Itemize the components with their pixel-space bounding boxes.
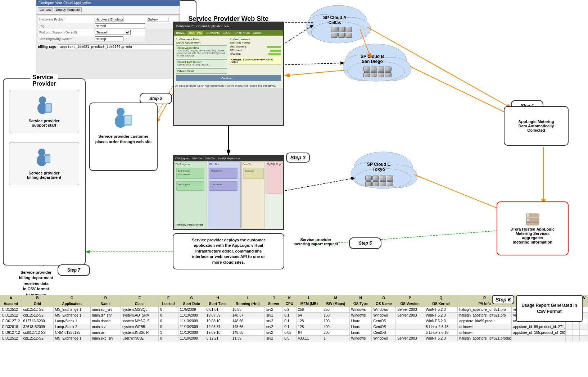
table-cell: Server 2003 [396,313,424,318]
table-cell: 148.65 [231,330,264,336]
table-cell: 0.1 [283,313,297,318]
svg-rect-33 [46,104,51,112]
billing-receives-label: Service provider billing department rece… [4,270,68,297]
table-cell-empty [572,324,579,330]
table-cell: 0:01:01 [205,307,231,313]
table-cell: 0.05 [283,330,297,336]
svg-rect-41 [125,116,131,124]
table-cell: Lamp-Stack 1 [53,318,90,324]
table-cell: appstore_id=185,product_id=261,product_n… [512,330,566,336]
table-cell: 64 [296,313,322,318]
customer-person-icon [113,107,134,130]
th-start-time: Start Time [205,301,231,307]
th-bw: BW (Mbps) [322,301,349,307]
svg-line-19 [360,29,371,58]
table-cell-empty [565,324,572,330]
table-cell: system.MSSQL [121,307,159,313]
svg-rect-64 [527,214,529,217]
svg-text:Database: Database [245,170,254,172]
svg-line-28 [285,63,344,65]
table-cell: srv2 [265,307,283,313]
billing-person-icon [35,148,53,169]
table-row: CID12512cid12512-S2MS_Exchange 1main.dir… [0,313,588,318]
table-cell: CID612712 [0,330,22,336]
cloud-b-label: SP Cloud B San Diego [361,54,384,64]
table-cell: 0 [159,336,178,341]
table-cell-empty [579,336,588,341]
table-row: CID3261832618-S2009Lamp-Stack 2main.srvs… [0,324,588,330]
table-cell: WinNT 5.2.3 [424,318,458,324]
col-q: Q [424,295,458,301]
table-cell: 0 [159,307,178,313]
table-cell [396,330,424,336]
th-server: Server [265,301,283,307]
svg-rect-53 [177,182,204,191]
table-cell: 11/5/2009 [178,307,205,313]
table-area: Usage Report Generated in CSV Format Ste… [0,295,588,341]
svg-rect-66 [527,219,529,221]
app-topology-svg: DNS Ingress Web Tier Data Tier MySQL Rep… [174,161,283,230]
col-d: D [90,295,121,301]
table-cell: Windows [372,313,396,318]
table-cell: Linux [349,330,372,336]
table-cell: main.srv [90,324,121,330]
table-cell: Windows [372,307,396,313]
th-os-version: OS Version [396,301,424,307]
metering-report-label: Service provider metering report request [284,237,347,246]
table-cell: MS_Exchange 1 [53,313,90,318]
server-stack-c [365,176,393,186]
table-cell: CentOS [372,330,396,336]
table-cell: CID12512 [0,336,22,341]
step3-label: Step 3 [290,155,306,160]
th-class: Class [121,301,159,307]
table-cell-empty [565,336,572,341]
step6-label: Step 6 [496,297,511,303]
col-b: B [22,295,53,301]
cloud-a-label: SP Cloud A Dallas [323,15,347,25]
table-cell: cid612712-S2 [22,330,53,336]
sp-customer-box: Service provider customer places order t… [89,103,158,171]
three-tera-text: 3Tera Hosted AppLogic Metering Services … [511,227,555,244]
table-body: CID12512cid12512-S2MS_Exchange 1main.sql… [0,307,588,341]
table-cell: 100 [322,318,349,324]
svg-rect-45 [266,162,282,194]
metering-report-text: Service provider metering report request [293,237,338,246]
table-cell: 150 [322,313,349,318]
step5-label: Step 5 [359,241,372,246]
th-mem: MEM (MB) [296,301,322,307]
table-cell: cid12512-S2 [22,313,53,318]
table-cell: Windows [349,313,372,318]
col-e: E [121,295,159,301]
table-cell: 1 [159,330,178,336]
svg-text:DNS Egress: DNS Egress [178,183,190,186]
svg-line-27 [285,25,313,43]
table-cell: CentOS [372,324,396,330]
th-application: Application [53,301,90,307]
billing-tags-label: Billing Tags [38,45,56,49]
table-cell: 32618-S2009 [22,324,53,330]
deploy-desc-text: Service provider deploys the customer ap… [192,238,265,264]
svg-rect-67 [526,222,539,225]
service-provider-box: Service Provider Service provider suppor… [3,78,86,265]
step6-box: Step 6 [492,295,514,304]
table-cell: system.MYSQL5 [121,318,159,324]
col-l: L [296,295,322,301]
table-cell: 0.5 [283,336,297,341]
server-stack-a [331,27,352,38]
table-cell: system.AD_SRV [121,313,159,318]
sp-title: Service Provider [31,74,58,87]
sp-customer-label: Service provider customer places order t… [90,132,157,147]
table-cell: 0.2 [283,307,297,313]
applogic-metering-text: AppLogic Metering Data Automatically Col… [518,119,554,132]
table-cell: unknowi [458,324,512,330]
svg-line-18 [285,178,354,191]
server-stack-b [363,67,392,77]
th-os-kernel: OS Kernel [424,301,458,307]
th-account: Account [0,301,22,307]
col-a: A [0,295,22,301]
table-cell: WinNT 5.2.3 [424,307,458,313]
svg-point-38 [117,108,125,116]
sp-label-line1: Service [33,74,56,81]
table-cell: user.WIN03E [121,336,159,341]
cloud-a-text: SP Cloud A Dallas [323,15,347,25]
